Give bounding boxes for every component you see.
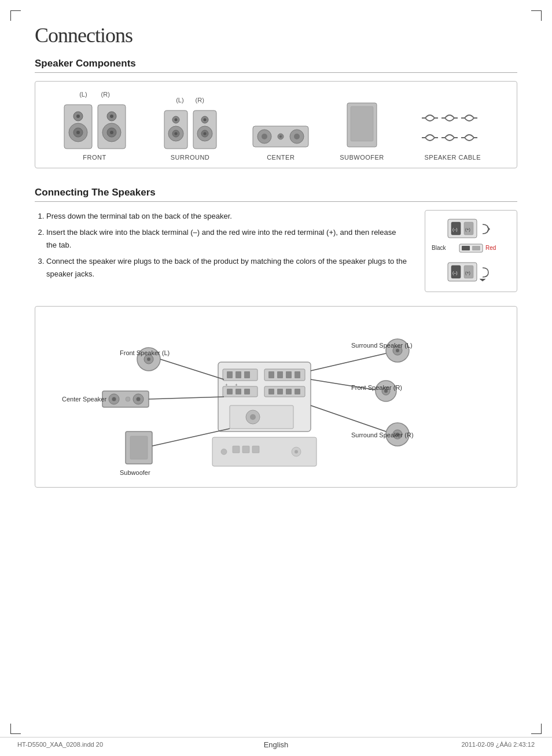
surround-speaker-right-icon [192,109,218,150]
svg-rect-74 [295,371,300,378]
cable-spacer [421,108,484,150]
footer-left: HT-D5500_XAA_0208.indd 20 [17,741,103,748]
corner-mark-bl [10,724,21,734]
cable-label: SPEAKER CABLE [424,154,481,161]
step-3: Connect the speaker wire plugs to the ba… [46,255,407,281]
svg-line-98 [311,353,386,371]
svg-point-28 [279,135,282,138]
svg-line-109 [149,397,224,399]
front-label: FRONT [83,154,106,161]
speaker-center: CENTER [238,108,324,161]
svg-rect-111 [130,436,148,459]
step-2: Insert the black wire into the black ter… [46,226,407,252]
svg-text:Surround Speaker (L): Surround Speaker (L) [351,342,413,349]
svg-point-8 [110,115,113,118]
svg-rect-67 [244,371,250,378]
connection-diagram-box: (–) (+) Black Red [425,210,517,292]
svg-point-108 [137,397,141,401]
surround-r-label: (R) [196,97,204,104]
svg-line-102 [311,405,386,432]
front-speaker-left-icon [63,104,93,150]
speaker-components-section: Speaker Components (L) (R) [35,58,517,168]
svg-text:(+): (+) [465,271,470,275]
terminal-diagram-svg: (–) (+) Black Red [430,216,511,286]
center-speaker-icon [252,125,310,148]
svg-rect-115 [233,446,240,453]
svg-point-23 [203,132,206,135]
surround-label: SURROUND [171,154,210,161]
wiring-diagram-svg: + + [45,316,513,478]
connecting-speakers-heading: Connecting The Speakers [35,187,517,202]
svg-rect-57 [472,246,480,250]
speaker-components-heading: Speaker Components [35,58,517,73]
front-speaker-pair [63,104,127,150]
connecting-content: Press down the terminal tab on the back … [35,210,517,292]
svg-point-2 [76,115,80,118]
center-label: CENTER [267,154,295,161]
subwoofer-spacer [346,102,378,150]
svg-rect-71 [268,371,274,378]
svg-rect-80 [268,389,274,394]
corner-mark-tl [10,10,21,21]
surround-l-label: (L) [176,97,183,104]
svg-point-17 [174,132,177,135]
speaker-front: (L) (R) [47,91,142,161]
speaker-cable: SPEAKER CABLE [400,102,506,161]
subwoofer-label: SUBWOOFER [340,154,384,161]
speaker-cable-icon [421,108,484,148]
front-l-label: (L) [79,91,87,98]
svg-point-5 [76,131,80,134]
front-r-label: (R) [101,91,110,98]
svg-text:Surround Speaker (R): Surround Speaker (R) [351,432,414,438]
svg-point-106 [126,397,130,401]
svg-point-11 [110,131,113,134]
connecting-speakers-section: Connecting The Speakers Press down the t… [35,187,517,488]
svg-text:(–): (–) [452,271,458,275]
svg-text:Front Speaker (R): Front Speaker (R) [351,384,402,391]
page-footer: HT-D5500_XAA_0208.indd 20 English 2011-0… [0,737,552,748]
svg-rect-82 [286,389,292,394]
svg-text:(–): (–) [452,227,458,232]
surround-speaker-left-icon [163,109,189,150]
svg-point-97 [396,349,399,352]
steps-list: Press down the terminal tab on the back … [35,210,407,281]
page: Connections Speaker Components (L) (R) [0,0,552,756]
svg-text:Black: Black [432,245,446,251]
svg-rect-81 [277,389,283,394]
svg-line-90 [160,359,224,379]
svg-rect-56 [462,246,470,250]
svg-point-105 [112,397,116,401]
svg-rect-65 [227,371,233,378]
svg-rect-84 [230,405,293,429]
svg-rect-73 [286,371,292,378]
speaker-components-box: (L) (R) [35,81,517,168]
svg-rect-78 [244,389,250,394]
svg-point-14 [174,119,177,121]
svg-rect-116 [242,446,249,453]
center-speaker-spacer [252,125,310,150]
step-1: Press down the terminal tab on the back … [46,210,407,223]
svg-point-30 [294,134,300,139]
svg-rect-77 [235,389,241,394]
subwoofer-icon [346,102,378,148]
page-title: Connections [35,23,517,47]
corner-mark-br [531,724,542,734]
corner-mark-tr [531,10,542,21]
svg-rect-32 [351,106,373,141]
surround-speaker-pair [163,109,218,150]
speaker-subwoofer: SUBWOOFER [324,97,400,161]
svg-rect-72 [277,371,283,378]
svg-text:Subwoofer: Subwoofer [120,469,150,476]
svg-text:Red: Red [485,245,496,251]
svg-point-86 [250,414,256,420]
svg-point-119 [295,450,298,453]
footer-center: English [264,740,289,749]
svg-rect-66 [235,371,241,378]
svg-text:(+): (+) [465,227,470,232]
instructions: Press down the terminal tab on the back … [35,210,407,284]
svg-rect-83 [295,389,300,394]
svg-rect-117 [252,446,259,453]
svg-rect-76 [227,389,233,394]
svg-point-114 [221,449,227,455]
wiring-diagram: + + [35,306,517,488]
